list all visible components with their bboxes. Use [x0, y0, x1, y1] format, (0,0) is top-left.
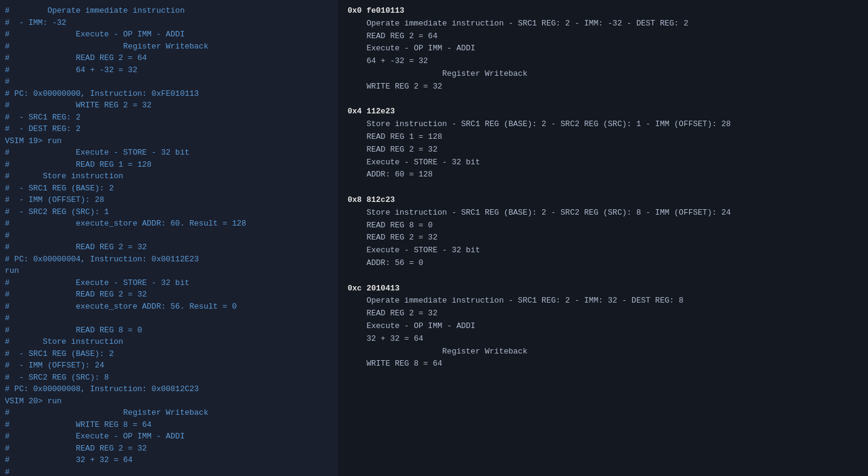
right-display: 0x0 fe010113 Operate immediate instructi… — [338, 0, 868, 476]
left-terminal: # Operate immediate instruction # - IMM:… — [0, 0, 338, 476]
